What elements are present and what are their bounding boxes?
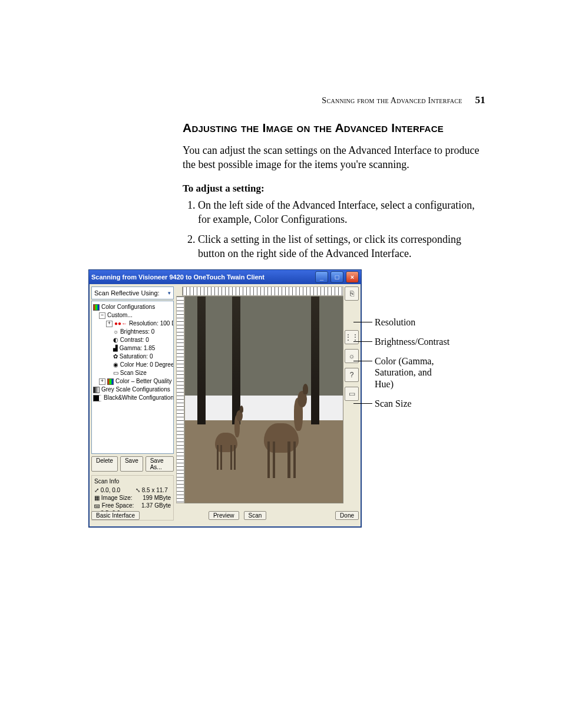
tree-scan-size[interactable]: Scan Size	[120, 370, 147, 376]
scanner-window: Scanning from Visioneer 9420 to OneTouch…	[88, 269, 362, 528]
scan-dim: 8.5 x 11.7	[142, 487, 168, 493]
tree-contrast[interactable]: Contrast: 0	[120, 337, 149, 343]
minimize-button[interactable]: _	[315, 271, 328, 283]
basic-interface-button[interactable]: Basic Interface	[91, 511, 140, 520]
page-number: 51	[475, 94, 485, 106]
scan-size-button[interactable]: ▭	[345, 387, 359, 401]
expand-icon[interactable]: +	[99, 378, 105, 385]
scan-using-label: Scan Reflective Using:	[94, 289, 160, 297]
collapse-icon[interactable]: −	[99, 312, 105, 319]
preview-image	[185, 297, 343, 503]
procedure-lead: To adjust a setting:	[183, 183, 485, 195]
config-tree[interactable]: Color Configurations −Custom... +●●← Res…	[91, 301, 174, 454]
callout-labels: Resolution Brightness/Contrast Color (Ga…	[365, 309, 449, 417]
window-title: Scanning from Visioneer 9420 to OneTouch…	[91, 274, 313, 281]
scan-pos: 0.0, 0.0	[101, 487, 120, 493]
tree-bw[interactable]: Black&White Configurations	[104, 394, 174, 401]
tool-column: ⎘ ⋮⋮ ☼ ◪ ▭ ?	[345, 286, 359, 406]
config-pane: Scan Reflective Using: ▾ Color Configura…	[91, 286, 174, 503]
delete-button[interactable]: Delete	[91, 456, 118, 472]
tree-custom[interactable]: Custom...	[107, 312, 133, 318]
tree-grey[interactable]: Grey Scale Configurations	[101, 386, 170, 393]
callout-resolution: Resolution	[365, 317, 449, 328]
image-size-value: 199 MByte	[143, 495, 171, 501]
step-1: On the left side of the Advanced Interfa…	[198, 198, 485, 227]
tree-color-hue[interactable]: Color Hue: 0 Degrees	[120, 361, 174, 368]
expand-icon[interactable]: +	[106, 321, 113, 327]
tree-brightness[interactable]: Brightness: 0	[120, 328, 154, 335]
scan-info-header: Scan Info	[94, 478, 171, 485]
profile-button[interactable]: ⎘	[345, 286, 359, 301]
close-button[interactable]: ×	[346, 271, 359, 283]
preview-area[interactable]	[184, 296, 343, 503]
preview-button[interactable]: Preview	[209, 511, 239, 520]
vertical-ruler	[176, 296, 184, 503]
section-heading: Adjusting the Image on the Advanced Inte…	[183, 121, 485, 135]
intro-paragraph: You can adjust the scan settings on the …	[183, 143, 485, 172]
running-header: Scanning from the Advanced Interface 51	[322, 94, 485, 106]
horizontal-ruler	[182, 286, 343, 296]
maximize-button[interactable]: □	[330, 271, 343, 283]
callout-brightness: Brightness/Contrast	[365, 336, 449, 347]
window-titlebar[interactable]: Scanning from Visioneer 9420 to OneTouch…	[89, 270, 361, 284]
image-size-label: Image Size:	[101, 495, 133, 501]
tree-better-quality[interactable]: Color – Better Quality	[115, 378, 172, 384]
tree-gamma[interactable]: Gamma: 1.85	[120, 345, 156, 351]
running-header-text: Scanning from the Advanced Interface	[322, 96, 462, 105]
step-2: Click a setting in the list of settings,…	[198, 232, 485, 261]
tree-resolution[interactable]: Resolution: 100 DPI	[129, 320, 174, 327]
chevron-down-icon: ▾	[168, 290, 171, 296]
tree-color-configs[interactable]: Color Configurations	[101, 304, 155, 310]
procedure-steps: On the left side of the Advanced Interfa…	[185, 198, 485, 261]
tree-saturation[interactable]: Saturation: 0	[120, 353, 153, 360]
resolution-button[interactable]: ⋮⋮	[345, 330, 359, 344]
scan-using-dropdown[interactable]: Scan Reflective Using: ▾	[91, 286, 174, 299]
callout-scan-size: Scan Size	[365, 398, 449, 409]
help-button[interactable]: ?	[345, 368, 359, 382]
callout-color: Color (Gamma, Saturation, and Hue)	[365, 355, 449, 390]
scan-button[interactable]: Scan	[244, 511, 267, 520]
done-button[interactable]: Done	[335, 511, 359, 520]
save-button[interactable]: Save	[120, 456, 143, 472]
save-as-button[interactable]: Save As...	[146, 456, 174, 472]
